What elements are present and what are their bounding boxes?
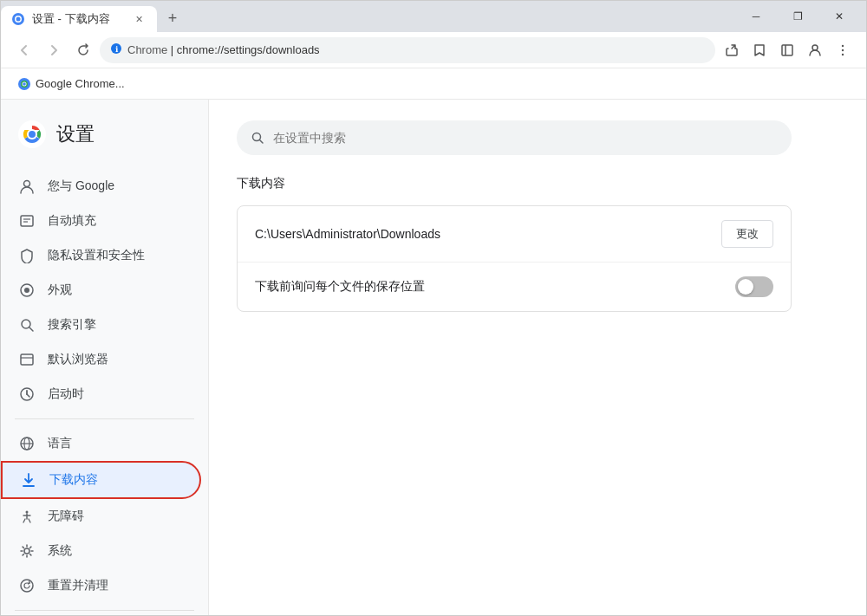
svg-point-7 bbox=[812, 45, 818, 50]
sidebar-item-downloads[interactable]: 下载内容 bbox=[1, 461, 201, 499]
bookmark-bar: Google Chrome... bbox=[1, 68, 866, 100]
svg-point-36 bbox=[24, 548, 29, 554]
tab-area: 设置 - 下载内容 ✕ + bbox=[1, 1, 729, 32]
autofill-icon bbox=[18, 212, 36, 230]
title-bar: 设置 - 下载内容 ✕ + ─ ❐ ✕ bbox=[1, 1, 866, 32]
svg-rect-25 bbox=[21, 354, 33, 365]
system-icon bbox=[18, 542, 36, 560]
tab-title: 设置 - 下载内容 bbox=[32, 11, 110, 27]
sidebar-divider-1 bbox=[15, 418, 194, 419]
bookmark-button[interactable] bbox=[746, 37, 772, 63]
sidebar-header: 设置 bbox=[1, 100, 208, 162]
restore-button[interactable]: ❐ bbox=[778, 3, 818, 30]
sidebar-label-autofill: 自动填充 bbox=[48, 213, 96, 229]
search-wrapper bbox=[237, 120, 838, 155]
shield-icon bbox=[18, 247, 36, 264]
chrome-logo-icon bbox=[18, 120, 46, 148]
svg-rect-5 bbox=[782, 45, 792, 55]
bookmark-item-google-chrome[interactable]: Google Chrome... bbox=[11, 74, 132, 94]
address-security-icon: ℹ bbox=[110, 42, 122, 57]
search-input[interactable] bbox=[273, 131, 778, 145]
sidebar-item-startup[interactable]: 启动时 bbox=[1, 377, 201, 412]
browser-icon bbox=[18, 351, 36, 368]
window-controls: ─ ❐ ✕ bbox=[729, 1, 866, 32]
sidebar-divider-2 bbox=[15, 610, 194, 611]
svg-rect-18 bbox=[21, 216, 33, 226]
search-box[interactable] bbox=[237, 120, 792, 155]
sidebar-label-appearance: 外观 bbox=[48, 282, 72, 298]
svg-point-10 bbox=[842, 53, 844, 55]
sidebar-label-browser: 默认浏览器 bbox=[48, 352, 108, 367]
sidebar-label-system: 系统 bbox=[48, 543, 72, 559]
reset-icon bbox=[18, 577, 36, 594]
search-icon bbox=[18, 316, 36, 334]
change-path-button[interactable]: 更改 bbox=[721, 220, 773, 248]
forward-button[interactable] bbox=[41, 37, 67, 63]
sidebar-label-privacy: 隐私设置和安全性 bbox=[48, 248, 145, 263]
sidebar-label-downloads: 下载内容 bbox=[49, 472, 98, 488]
svg-point-2 bbox=[16, 17, 21, 22]
sidebar-item-search[interactable]: 搜索引擎 bbox=[1, 308, 201, 342]
sidebar-label-accessibility: 无障碍 bbox=[48, 509, 84, 524]
settings-title: 设置 bbox=[56, 121, 95, 147]
refresh-button[interactable] bbox=[70, 37, 96, 63]
close-button[interactable]: ✕ bbox=[819, 3, 859, 30]
download-icon bbox=[20, 471, 37, 489]
sidebar-item-appearance[interactable]: 外观 bbox=[1, 273, 201, 308]
sidebar-label-google: 您与 Google bbox=[48, 178, 114, 194]
download-path-row: C:\Users\Administrator\Downloads 更改 bbox=[238, 206, 791, 263]
back-button[interactable] bbox=[11, 37, 37, 63]
toggle-thumb bbox=[738, 279, 753, 295]
sidebar-item-reset[interactable]: 重置并清理 bbox=[1, 568, 201, 603]
svg-point-13 bbox=[23, 82, 26, 86]
minimize-button[interactable]: ─ bbox=[736, 3, 776, 30]
person-icon bbox=[18, 178, 36, 195]
profile-button[interactable] bbox=[802, 37, 828, 63]
svg-point-34 bbox=[26, 511, 29, 514]
section-title: 下载内容 bbox=[237, 176, 838, 191]
tab-favicon bbox=[11, 12, 25, 26]
sidebar-button[interactable] bbox=[774, 37, 800, 63]
accessibility-icon bbox=[18, 508, 36, 525]
address-chrome-part: Chrome bbox=[127, 43, 167, 56]
svg-point-17 bbox=[24, 181, 30, 187]
content-area: 下载内容 C:\Users\Administrator\Downloads 更改… bbox=[209, 100, 866, 615]
navigation-toolbar: ℹ Chrome | chrome://settings/downloads bbox=[1, 32, 866, 68]
sidebar-nav: 您与 Google 自动填充 隐私设置和安全性 bbox=[1, 162, 208, 615]
appearance-icon bbox=[18, 282, 36, 299]
svg-point-9 bbox=[842, 49, 844, 50]
ask-location-toggle[interactable] bbox=[735, 276, 773, 297]
settings-sidebar: 设置 您与 Google 自动填充 bbox=[1, 100, 209, 615]
share-button[interactable] bbox=[719, 37, 745, 63]
sidebar-label-startup: 启动时 bbox=[48, 386, 84, 402]
active-tab[interactable]: 设置 - 下载内容 ✕ bbox=[1, 6, 157, 32]
svg-line-39 bbox=[260, 140, 264, 144]
address-text: Chrome | chrome://settings/downloads bbox=[127, 43, 705, 56]
main-content: 设置 您与 Google 自动填充 bbox=[1, 100, 866, 615]
address-path-part: chrome://settings/downloads bbox=[177, 43, 320, 56]
sidebar-item-privacy[interactable]: 隐私设置和安全性 bbox=[1, 238, 201, 273]
sidebar-item-accessibility[interactable]: 无障碍 bbox=[1, 499, 201, 534]
sidebar-label-reset: 重置并清理 bbox=[48, 578, 108, 593]
search-input-icon bbox=[251, 131, 264, 145]
tab-close-button[interactable]: ✕ bbox=[131, 11, 147, 27]
svg-point-8 bbox=[842, 44, 844, 46]
sidebar-item-google[interactable]: 您与 Google bbox=[1, 169, 201, 204]
sidebar-label-search: 搜索引擎 bbox=[48, 317, 96, 333]
toolbar-actions bbox=[719, 37, 856, 63]
download-path-label: C:\Users\Administrator\Downloads bbox=[255, 227, 721, 241]
sidebar-label-language: 语言 bbox=[48, 436, 72, 451]
startup-icon bbox=[18, 386, 36, 403]
new-tab-button[interactable]: + bbox=[160, 6, 185, 30]
ask-location-row: 下载前询问每个文件的保存位置 bbox=[238, 263, 791, 311]
sidebar-item-autofill[interactable]: 自动填充 bbox=[1, 204, 201, 238]
menu-button[interactable] bbox=[830, 37, 856, 63]
ask-location-label: 下载前询问每个文件的保存位置 bbox=[255, 279, 735, 295]
sidebar-item-system[interactable]: 系统 bbox=[1, 534, 201, 568]
sidebar-item-language[interactable]: 语言 bbox=[1, 426, 201, 461]
svg-point-37 bbox=[21, 580, 33, 592]
sidebar-item-browser[interactable]: 默认浏览器 bbox=[1, 342, 201, 377]
svg-line-24 bbox=[29, 327, 33, 331]
address-bar[interactable]: ℹ Chrome | chrome://settings/downloads bbox=[100, 37, 715, 63]
bookmark-label: Google Chrome... bbox=[36, 77, 125, 90]
